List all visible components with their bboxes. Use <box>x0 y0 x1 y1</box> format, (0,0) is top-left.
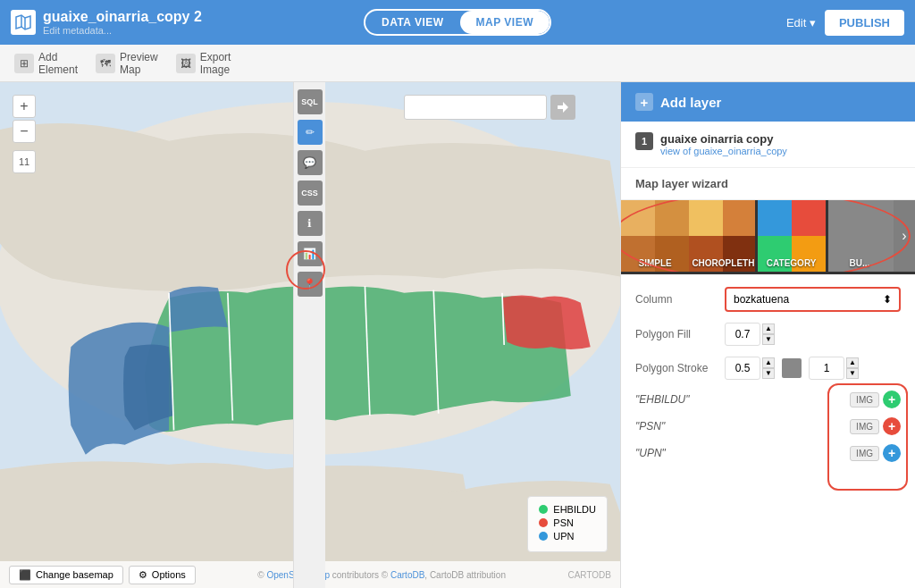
edit-button[interactable]: Edit ▾ <box>786 16 816 29</box>
zoom-level-display: 11 <box>13 150 36 173</box>
bubble-tile-label: BU... <box>826 258 894 268</box>
panel-header: + Add layer <box>621 82 915 122</box>
column-chevron-icon: ⬍ <box>883 293 892 306</box>
options-icon: ⚙ <box>139 569 147 581</box>
export-image-button[interactable]: 🖼 ExportImage <box>176 51 231 76</box>
title-area: guaixe_oinarria_copy 2 Edit metadata... <box>43 9 202 36</box>
ehbildu-label: EHBILDU <box>553 504 596 515</box>
wizard-tile-bubble[interactable]: BU... <box>826 200 894 272</box>
data-view-button[interactable]: DATA VIEW <box>365 11 460 34</box>
stroke-increment2[interactable]: ▲ <box>846 357 859 368</box>
sidenav-comment[interactable]: 💬 <box>298 150 323 175</box>
sidenav-location[interactable]: 📍 <box>298 272 323 297</box>
svg-marker-9 <box>558 102 568 113</box>
edit-metadata-link[interactable]: Edit metadata... <box>43 25 202 36</box>
wizard-tile-category[interactable]: CATEGORY <box>758 200 826 272</box>
sidenav-info[interactable]: ℹ <box>298 211 323 236</box>
layer-subtext: view of guaixe_oinarria_copy <box>660 146 787 156</box>
map-search-bar <box>404 95 575 120</box>
layer-name[interactable]: guaixe oinarria copy <box>660 132 787 146</box>
publish-button[interactable]: PUBLISH <box>825 10 904 36</box>
zoom-in-button[interactable]: + <box>13 95 36 118</box>
map-navigate-button[interactable] <box>550 95 575 120</box>
legend-item-upn: UPN <box>539 531 596 542</box>
export-image-icon: 🖼 <box>176 54 196 73</box>
tile-cell <box>723 200 757 236</box>
polygon-stroke-input2[interactable] <box>809 357 844 380</box>
psn-label: PSN <box>553 517 574 528</box>
polygon-fill-row: Polygon Fill ▲ ▼ <box>635 323 901 346</box>
category-row-ehbildu: "EHBILDU" IMG + <box>635 391 901 408</box>
add-element-button[interactable]: ⊞ AddElement <box>14 51 78 76</box>
ehbildu-color-button[interactable]: + <box>883 391 901 408</box>
wizard-label: Map layer wizard <box>621 168 915 200</box>
side-nav: SQL ✏ 💬 CSS ℹ 📊 📍 <box>293 82 325 588</box>
options-button[interactable]: ⚙ Options <box>129 566 196 584</box>
map-icon-box <box>11 10 36 35</box>
stroke-decrement1[interactable]: ▼ <box>762 368 775 379</box>
polygon-stroke-row: Polygon Stroke ▲ ▼ ▲ ▼ <box>635 357 901 380</box>
tile-cell <box>655 200 689 236</box>
stroke-decrement2[interactable]: ▼ <box>846 368 859 379</box>
legend-item-ehbildu: EHBILDU <box>539 504 596 515</box>
top-bar: guaixe_oinarria_copy 2 Edit metadata... … <box>0 0 915 45</box>
main-layout: + − 11 EHBILDU PSN UPN <box>0 82 915 588</box>
change-basemap-button[interactable]: ⬛ Change basemap <box>9 566 123 584</box>
stroke-increment1[interactable]: ▲ <box>762 357 775 368</box>
right-panel: + Add layer 1 guaixe oinarria copy view … <box>620 82 915 588</box>
ehbildu-img-button[interactable]: IMG <box>850 392 879 407</box>
basemap-icon: ⬛ <box>19 569 31 581</box>
polygon-stroke-input1[interactable] <box>725 357 760 380</box>
polygon-stroke-control: ▲ ▼ ▲ ▼ <box>725 357 901 380</box>
wizard-tiles: SIMPLE CHOROPLETH <box>621 200 915 274</box>
map-search-input[interactable] <box>404 95 547 120</box>
export-image-label: ExportImage <box>200 51 231 76</box>
upn-dot <box>539 532 548 541</box>
ehbildu-category-label: "EHBILDU" <box>635 393 850 406</box>
tile-cell <box>689 200 723 236</box>
add-layer-icon: + <box>635 93 653 111</box>
polygon-stroke-label: Polygon Stroke <box>635 362 725 374</box>
column-select[interactable]: bozkatuena ⬍ <box>725 287 901 312</box>
sidenav-sql[interactable]: SQL <box>298 89 323 114</box>
preview-map-button[interactable]: 🗺 PreviewMap <box>96 51 158 76</box>
ehbildu-dot <box>539 505 548 514</box>
psn-color-button[interactable]: + <box>883 417 901 435</box>
sidenav-chart[interactable]: 📊 <box>298 241 323 266</box>
view-toggle: DATA VIEW MAP VIEW <box>364 9 551 36</box>
tile-cell <box>758 200 792 236</box>
polygon-fill-increment[interactable]: ▲ <box>762 323 775 334</box>
add-element-icon: ⊞ <box>14 54 34 73</box>
basemap-label: Change basemap <box>36 569 113 580</box>
upn-label: UPN <box>553 531 574 542</box>
page-title: guaixe_oinarria_copy 2 <box>43 9 202 25</box>
polygon-fill-decrement[interactable]: ▼ <box>762 334 775 345</box>
wizard-tile-choropleth[interactable]: CHOROPLETH <box>689 200 757 272</box>
tiles-next-button[interactable]: › <box>894 200 915 272</box>
wizard-tile-simple[interactable]: SIMPLE <box>621 200 689 272</box>
upn-img-button[interactable]: IMG <box>850 446 879 461</box>
options-label: Options <box>152 569 186 580</box>
add-element-label: AddElement <box>38 51 78 76</box>
map-legend: EHBILDU PSN UPN <box>527 496 608 552</box>
legend-item-psn: PSN <box>539 517 596 528</box>
polygon-fill-stepper: ▲ ▼ <box>725 323 775 346</box>
ehbildu-controls: IMG + <box>850 391 901 408</box>
stroke-stepper-buttons1: ▲ ▼ <box>762 357 775 379</box>
sidenav-css[interactable]: CSS <box>298 181 323 206</box>
stroke-stepper-buttons2: ▲ ▼ <box>846 357 859 379</box>
stroke-color-swatch[interactable] <box>782 358 802 378</box>
map-view-button[interactable]: MAP VIEW <box>460 11 550 34</box>
upn-color-button[interactable]: + <box>883 444 901 462</box>
svg-marker-0 <box>16 15 30 29</box>
psn-img-button[interactable]: IMG <box>850 419 879 434</box>
polygon-stroke-stepper2: ▲ ▼ <box>809 357 859 380</box>
polygon-fill-input[interactable] <box>725 323 760 346</box>
category-tile-label: CATEGORY <box>758 258 826 268</box>
sidenav-wizard[interactable]: ✏ <box>298 120 323 145</box>
tile-cell <box>792 200 826 236</box>
column-control: bozkatuena ⬍ <box>725 287 901 312</box>
column-label: Column <box>635 293 725 306</box>
zoom-out-button[interactable]: − <box>13 120 36 143</box>
preview-map-icon: 🗺 <box>96 54 115 73</box>
